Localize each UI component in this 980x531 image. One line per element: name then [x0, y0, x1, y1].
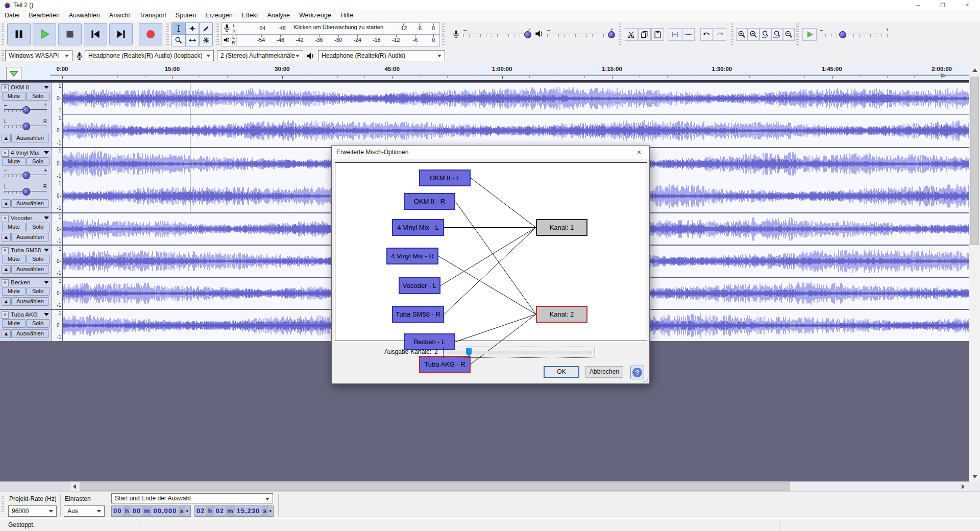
- pan-slider[interactable]: LR: [4, 119, 47, 132]
- snap-select[interactable]: Aus: [64, 505, 105, 517]
- zoom-project-button[interactable]: [771, 28, 783, 41]
- input-track-node[interactable]: Tuba AKG - R: [419, 356, 471, 373]
- solo-button[interactable]: Solo: [26, 255, 50, 263]
- record-button[interactable]: [139, 23, 162, 45]
- track-control-panel[interactable]: ×VocoderMuteSolo▲Auswählen: [0, 213, 52, 245]
- track-close-button[interactable]: ×: [2, 84, 9, 91]
- vertical-scale-ruler[interactable]: 10‑-1: [52, 278, 63, 309]
- timeshift-tool-button[interactable]: [185, 34, 199, 46]
- track-name-menu[interactable]: 4 Vinyl Mix: [9, 149, 51, 156]
- waveform-display[interactable]: [63, 83, 969, 147]
- selection-start-field[interactable]: 00h00m00,000s▾: [111, 505, 191, 517]
- output-channels-slider[interactable]: [443, 347, 595, 358]
- input-track-node[interactable]: 4 Vinyl Mix - L: [392, 219, 444, 236]
- toolbar-grip[interactable]: [2, 50, 4, 62]
- playback-volume-slider[interactable]: –+: [547, 28, 614, 40]
- vertical-scale-ruler[interactable]: 10‑-1: [52, 246, 63, 277]
- copy-button[interactable]: [638, 28, 651, 41]
- toolbar-grip[interactable]: [2, 23, 4, 45]
- solo-button[interactable]: Solo: [26, 287, 50, 296]
- scroll-down-arrow[interactable]: [972, 475, 977, 478]
- mute-button[interactable]: Mute: [2, 223, 26, 231]
- selection-tool-button[interactable]: [172, 22, 185, 35]
- select-button[interactable]: Auswählen: [11, 265, 49, 274]
- clip-boundary[interactable]: [190, 148, 190, 212]
- stop-button[interactable]: [58, 23, 82, 45]
- solo-button[interactable]: Solo: [26, 157, 50, 166]
- recording-volume-slider[interactable]: –+: [463, 28, 531, 40]
- recording-meter[interactable]: LR Klicken um Überwachung zu starten -54…: [222, 22, 440, 35]
- monitoring-hint[interactable]: Klicken um Überwachung zu starten: [291, 24, 385, 30]
- vertical-scale-ruler[interactable]: 10‑-110‑-1: [52, 83, 63, 147]
- cancel-button[interactable]: Abbrechen: [585, 366, 623, 378]
- audio-host-select[interactable]: Windows WASAPI: [5, 50, 72, 61]
- output-channels-thumb[interactable]: [466, 348, 472, 356]
- select-button[interactable]: Auswählen: [11, 233, 49, 242]
- scroll-right-arrow[interactable]: [962, 484, 965, 489]
- track-close-button[interactable]: ×: [2, 247, 9, 254]
- zoom-out-button[interactable]: [748, 28, 760, 41]
- track-name-menu[interactable]: OKM II: [9, 84, 51, 91]
- menu-analyse[interactable]: Analyse: [262, 10, 294, 20]
- solo-button[interactable]: Solo: [26, 319, 50, 328]
- playback-device-select[interactable]: Headphone (Realtek(R) Audio): [318, 50, 445, 61]
- track-control-panel[interactable]: ×BeckenMuteSolo▲Auswählen: [0, 278, 52, 309]
- play-button[interactable]: [33, 23, 56, 45]
- track-control-panel[interactable]: ×4 Vinyl MixMuteSolo–+LR▲Auswählen: [0, 148, 52, 212]
- envelope-tool-button[interactable]: [185, 22, 199, 35]
- close-button[interactable]: ×: [955, 0, 979, 10]
- select-button[interactable]: Auswählen: [11, 199, 49, 208]
- toolbar-grip[interactable]: [216, 23, 219, 45]
- paste-button[interactable]: [651, 28, 664, 41]
- help-button[interactable]: ?: [630, 366, 644, 379]
- ok-button[interactable]: OK: [544, 366, 579, 378]
- draw-tool-button[interactable]: [199, 22, 213, 35]
- toolbar-grip[interactable]: [2, 496, 4, 514]
- mute-button[interactable]: Mute: [2, 287, 26, 296]
- playback-volume-thumb[interactable]: [608, 31, 615, 38]
- zoom-selection-button[interactable]: [760, 28, 771, 41]
- gain-slider[interactable]: –+: [4, 103, 47, 115]
- timeline-ruler[interactable]: 0:0015:0030:0045:001:00:001:15:001:30:00…: [0, 65, 969, 82]
- multi-tool-button[interactable]: [199, 34, 213, 46]
- solo-button[interactable]: Solo: [26, 223, 50, 231]
- select-button[interactable]: Auswählen: [11, 297, 49, 306]
- input-track-node[interactable]: OKM II - L: [419, 170, 471, 186]
- skip-end-button[interactable]: [109, 23, 133, 45]
- output-channel-node[interactable]: Kanal: 2: [536, 306, 587, 323]
- mute-button[interactable]: Mute: [2, 255, 26, 263]
- collapse-button[interactable]: ▲: [2, 199, 11, 208]
- trim-button[interactable]: [669, 28, 681, 41]
- undo-button[interactable]: [700, 28, 713, 41]
- input-track-node[interactable]: OKM II - R: [404, 193, 455, 210]
- select-button[interactable]: Auswählen: [11, 329, 49, 338]
- cut-button[interactable]: [625, 28, 638, 41]
- vertical-scrollbar[interactable]: [969, 65, 980, 481]
- vscroll-thumb[interactable]: [970, 77, 979, 245]
- track-close-button[interactable]: ×: [2, 215, 9, 222]
- zoom-tool-button[interactable]: [172, 34, 185, 46]
- track-control-panel[interactable]: ×Tuba SM58MuteSolo▲Auswählen: [0, 246, 52, 277]
- menu-erzeugen[interactable]: Erzeugen: [201, 10, 237, 20]
- selection-end-field[interactable]: 02h02m15,230s▾: [194, 505, 274, 517]
- menu-effekt[interactable]: Effekt: [237, 10, 263, 20]
- clip-boundary[interactable]: [190, 83, 190, 147]
- scroll-left-arrow[interactable]: [73, 484, 76, 489]
- loop-region-button[interactable]: [6, 67, 21, 80]
- zoom-toggle-button[interactable]: [783, 28, 795, 41]
- vertical-scale-ruler[interactable]: 10‑-1: [52, 310, 63, 341]
- hscroll-thumb[interactable]: [80, 482, 790, 491]
- recording-volume-thumb[interactable]: [524, 31, 531, 38]
- recording-device-select[interactable]: Headphone (Realtek(R) Audio) (loopback): [85, 50, 214, 61]
- pause-button[interactable]: [7, 23, 31, 45]
- silence-button[interactable]: [682, 28, 695, 41]
- toolbar-grip[interactable]: [166, 23, 169, 45]
- menu-ansicht[interactable]: Ansicht: [105, 10, 135, 20]
- menu-transport[interactable]: Transport: [135, 10, 171, 20]
- toolbar-grip[interactable]: [796, 23, 799, 45]
- gain-slider[interactable]: –+: [4, 168, 47, 181]
- track-close-button[interactable]: ×: [2, 311, 9, 319]
- track-close-button[interactable]: ×: [2, 279, 9, 286]
- input-track-node[interactable]: 4 Vinyl Mix - R: [386, 248, 438, 264]
- zoom-in-button[interactable]: [736, 28, 748, 41]
